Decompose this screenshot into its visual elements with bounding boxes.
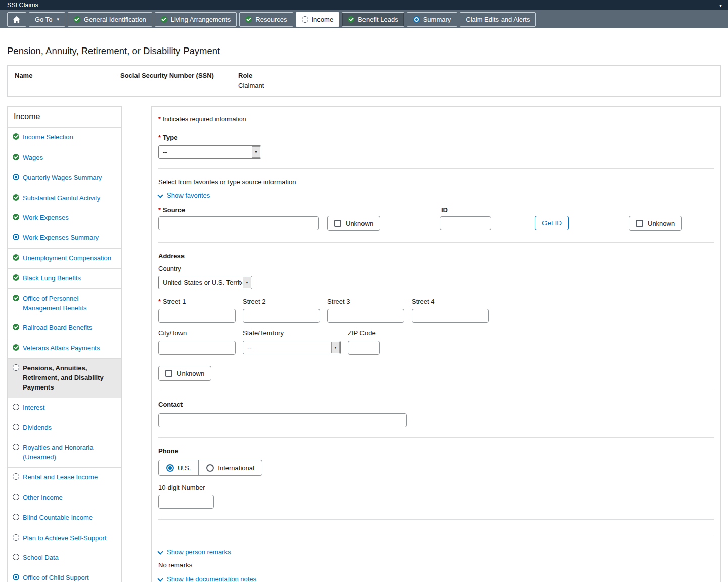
sidebar-item-label: Royalties and Honoraria (Unearned)	[23, 443, 116, 462]
country-select[interactable]: United States or U.S. Territory ▼	[158, 276, 252, 289]
show-person-remarks-link[interactable]: Show person remarks	[158, 548, 231, 556]
source-input[interactable]	[158, 216, 319, 230]
sidebar-item-work-expenses-summary[interactable]: Work Expenses Summary	[8, 228, 121, 248]
street2-label: Street 2	[243, 298, 320, 305]
sidebar-title: Income	[8, 107, 121, 127]
sidebar-item-blind-countable-income[interactable]: Blind Countable Income	[8, 508, 121, 528]
sidebar-item-label: Blind Countable Income	[23, 513, 93, 523]
sidebar-item-railroad-board-benefits[interactable]: Railroad Board Benefits	[8, 318, 121, 338]
street-row: *Street 1 Street 2 Street 3 Street 4	[158, 298, 714, 323]
person-summary-box: Name Social Security Number (SSN) Role C…	[7, 65, 721, 97]
sidebar-item-wages[interactable]: Wages	[8, 148, 121, 168]
collapse-caret-icon[interactable]: ▾	[719, 3, 722, 8]
address-unknown-checkbox[interactable]: Unknown	[158, 366, 211, 381]
phone-us-radio[interactable]: U.S.	[159, 460, 198, 475]
complete-icon	[13, 154, 19, 160]
sidebar-item-unemployment-compensation[interactable]: Unemployment Compensation	[8, 248, 121, 268]
source-id-row: *Source Unknown ID Get ID Unknown	[158, 206, 714, 232]
page-body: Pension, Annuity, Retirement, or Disabil…	[0, 45, 728, 582]
unknown-label: Unknown	[346, 220, 373, 227]
home-button[interactable]	[7, 12, 26, 27]
tab-label: General Identification	[84, 16, 146, 23]
show-file-documentation-notes-link[interactable]: Show file documentation notes	[158, 575, 256, 582]
divider	[158, 242, 714, 243]
tab-general-identification[interactable]: General Identification	[68, 12, 152, 27]
ssn-label: Social Security Number (SSN)	[120, 72, 238, 79]
street2-input[interactable]	[243, 309, 320, 323]
complete-icon	[13, 214, 19, 220]
type-select[interactable]: -- ▼	[158, 145, 261, 159]
sidebar-item-black-lung-benefits[interactable]: Black Lung Benefits	[8, 268, 121, 288]
state-select[interactable]: -- ▼	[243, 341, 341, 354]
contact-input[interactable]	[158, 413, 407, 427]
sidebar-item-label: Rental and Lease Income	[23, 473, 98, 482]
sidebar-item-income-selection[interactable]: Income Selection	[8, 127, 121, 148]
divider	[158, 168, 714, 169]
chevron-down-icon	[158, 550, 163, 554]
chevron-down-icon	[158, 577, 163, 581]
tab-living-arrangements[interactable]: Living Arrangements	[155, 12, 237, 27]
sidebar-item-label: Plan to Achieve Self-Support	[23, 534, 107, 543]
street3-input[interactable]	[327, 309, 404, 323]
sidebar-item-other-income[interactable]: Other Income	[8, 488, 121, 508]
source-label: *Source	[158, 206, 185, 214]
zip-input[interactable]	[348, 341, 380, 355]
chevron-down-icon: ▼	[331, 342, 340, 353]
sidebar-item-dividends[interactable]: Dividends	[8, 418, 121, 438]
show-favorites-link[interactable]: Show favorites	[158, 191, 210, 199]
sidebar-item-interest[interactable]: Interest	[8, 398, 121, 418]
phone-international-radio[interactable]: International	[198, 460, 262, 475]
tab-label: Living Arrangements	[171, 16, 231, 23]
sidebar-item-label: Wages	[23, 153, 43, 163]
sidebar-item-substantial-gainful-activity[interactable]: Substantial Gainful Activity	[8, 188, 121, 208]
tab-benefit-leads[interactable]: Benefit Leads	[342, 12, 404, 27]
person-role-col: Role Claimant	[238, 72, 713, 91]
sidebar-item-plan-achieve-self-support[interactable]: Plan to Achieve Self-Support	[8, 528, 121, 548]
city-input[interactable]	[158, 341, 236, 355]
unknown-label: Unknown	[177, 370, 204, 377]
complete-icon	[13, 194, 19, 201]
sidebar-item-label: School Data	[23, 553, 59, 563]
tab-summary[interactable]: Summary	[407, 12, 458, 27]
tab-income[interactable]: Income	[296, 12, 340, 27]
sidebar-item-ocse-data[interactable]: Office of Child Support Enforcement Data	[8, 568, 121, 582]
sidebar-item-label: Substantial Gainful Activity	[23, 193, 100, 203]
tab-label: Income	[312, 16, 334, 23]
source-unknown-checkbox[interactable]: Unknown	[327, 216, 380, 231]
sidebar-item-label: Black Lung Benefits	[23, 274, 81, 283]
chevron-down-icon	[158, 193, 163, 198]
complete-icon	[13, 295, 19, 301]
phone-heading: Phone	[158, 447, 714, 455]
sidebar-item-rental-lease-income[interactable]: Rental and Lease Income	[8, 467, 121, 488]
id-input[interactable]	[440, 216, 491, 230]
content-area: Income Income Selection Wages Quarterly …	[7, 106, 721, 582]
sidebar-item-veterans-affairs-payments[interactable]: Veterans Affairs Payments	[8, 338, 121, 358]
tab-resources[interactable]: Resources	[239, 12, 293, 27]
goto-dropdown[interactable]: Go To ▾	[29, 12, 65, 27]
sidebar-item-quarterly-wages-summary[interactable]: Quarterly Wages Summary	[8, 168, 121, 188]
home-icon	[13, 16, 21, 23]
not-started-icon	[13, 404, 19, 410]
sidebar-item-opm-benefits[interactable]: Office of Personnel Management Benefits	[8, 288, 121, 318]
phone-us-label: U.S.	[178, 464, 191, 472]
person-ssn-col: Social Security Number (SSN)	[120, 72, 238, 91]
tab-claim-edits-alerts[interactable]: Claim Edits and Alerts	[460, 12, 536, 27]
get-id-button[interactable]: Get ID	[535, 216, 569, 230]
complete-icon	[13, 324, 19, 330]
phone-number-input[interactable]	[158, 495, 214, 509]
state-label: State/Territory	[243, 329, 341, 337]
show-person-remarks-label: Show person remarks	[167, 548, 231, 556]
sidebar-item-work-expenses[interactable]: Work Expenses	[8, 208, 121, 228]
sidebar-item-royalties-honoraria[interactable]: Royalties and Honoraria (Unearned)	[8, 438, 121, 467]
required-note: *Indicates required information	[158, 116, 714, 123]
not-started-icon	[13, 494, 19, 500]
in-progress-icon	[13, 174, 19, 180]
sidebar-item-school-data[interactable]: School Data	[8, 548, 121, 568]
divider	[158, 437, 714, 438]
street1-input[interactable]	[158, 309, 236, 323]
sidebar-item-label: Unemployment Compensation	[23, 254, 111, 263]
zip-label: ZIP Code	[348, 329, 380, 337]
id-unknown-checkbox[interactable]: Unknown	[629, 216, 682, 231]
sidebar-item-pensions-annuities[interactable]: Pensions, Annuities, Retirement, and Dis…	[8, 358, 121, 398]
street4-input[interactable]	[412, 309, 489, 323]
